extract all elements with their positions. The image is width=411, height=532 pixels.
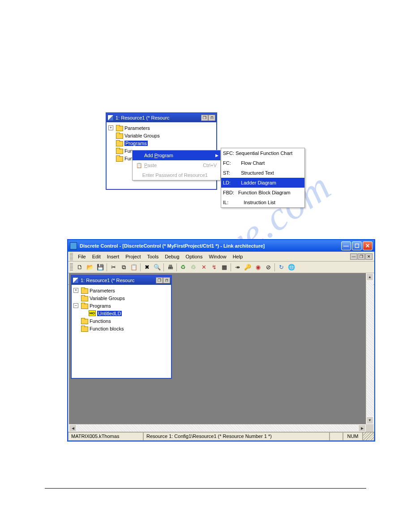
expand-icon[interactable]: +: [73, 288, 78, 293]
scroll-track[interactable]: [77, 425, 358, 432]
folder-icon: [81, 295, 88, 301]
download-button[interactable]: ↯: [209, 262, 219, 272]
folder-icon: [81, 287, 88, 293]
ld-program-icon: HO: [89, 310, 96, 316]
accelerator-text: Ctrl+V: [203, 163, 218, 168]
scroll-down-icon[interactable]: ▼: [366, 416, 373, 424]
menubar: File Edit Insert Project Tools Debug Opt…: [68, 252, 374, 262]
tree-item-parameters[interactable]: Parameters: [90, 288, 115, 293]
menu-item-add-program[interactable]: Add Program ▶: [133, 150, 220, 160]
tree-item-function-blocks[interactable]: Function blocks: [90, 326, 124, 331]
menu-project[interactable]: Project: [122, 253, 144, 260]
folder-icon: [81, 303, 88, 309]
simulate-button[interactable]: ▦: [219, 262, 229, 272]
toolbar-1: 🗋 📂 💾 ✂ ⧉ 📋 ✖ 🔍 🖶 ♻ ♲ ✕ ↯ ▦ ↠ 🔑 ◉ ⊘ ↻ 🌐: [68, 262, 374, 273]
folder-icon: [116, 125, 123, 131]
menu-item-ld[interactable]: LD: Ladder Diagram: [221, 178, 304, 188]
mdi-restore-button[interactable]: ❐: [358, 253, 365, 260]
toolbar-grip-icon[interactable]: [70, 253, 73, 260]
main-title: Discrete Control - [DiscreteControl (* M…: [80, 243, 340, 249]
new-button[interactable]: 🗋: [75, 262, 85, 272]
menu-tools[interactable]: Tools: [144, 253, 162, 260]
main-titlebar[interactable]: Discrete Control - [DiscreteControl (* M…: [68, 240, 374, 252]
print-button[interactable]: 🖶: [165, 262, 175, 272]
open-button[interactable]: 📂: [85, 262, 95, 272]
tree-item-programs[interactable]: Programs: [90, 303, 111, 309]
context-submenu-program-type: SFC: Sequential Function Chart FC: Flow …: [221, 148, 305, 208]
menu-item-sfc[interactable]: SFC: Sequential Function Chart: [221, 148, 304, 158]
menu-item-fc[interactable]: FC: Flow Chart: [221, 158, 304, 168]
context-menu-programs: Add Program ▶ 📋 Paste Ctrl+V Enter Passw…: [132, 150, 221, 180]
child-titlebar[interactable]: 1: Resource1 (* Resourc ❐ ⊓: [107, 113, 216, 122]
collapse-icon[interactable]: −: [73, 303, 78, 308]
vertical-scrollbar[interactable]: ▲ ▼: [366, 273, 373, 424]
refresh-button[interactable]: ↻: [276, 262, 286, 272]
scroll-track[interactable]: [366, 281, 373, 416]
toolbar-grip-icon[interactable]: [70, 263, 73, 271]
menu-item-paste: 📋 Paste Ctrl+V: [133, 160, 220, 170]
tree-item-variable-groups[interactable]: Variable Groups: [90, 296, 125, 301]
menu-insert[interactable]: Insert: [104, 253, 123, 260]
child-title: 1: Resource1 (* Resourc: [116, 115, 201, 120]
scroll-right-icon[interactable]: ▶: [358, 425, 366, 432]
maximize-button[interactable]: ⊓: [208, 115, 215, 121]
scroll-up-icon[interactable]: ▲: [366, 273, 373, 281]
tree-item-variable-groups[interactable]: Variable Groups: [124, 133, 160, 138]
menu-edit[interactable]: Edit: [89, 253, 104, 260]
child-title-2: 1: Resource1 (* Resourc: [81, 278, 156, 283]
mdi-client-area: 1: Resource1 (* Resourc ❐ ⊓ + Parameters…: [69, 273, 373, 432]
menu-file[interactable]: File: [75, 253, 89, 260]
rebuild-button[interactable]: ♲: [188, 262, 198, 272]
menu-help[interactable]: Help: [230, 253, 246, 260]
delete-button[interactable]: ✖: [142, 262, 152, 272]
mdi-icon: [73, 277, 79, 283]
expand-icon[interactable]: +: [108, 125, 113, 130]
folder-icon: [116, 133, 123, 138]
tree-item-untitled-ld[interactable]: UntitledLD: [97, 311, 122, 316]
menu-options[interactable]: Options: [183, 253, 206, 260]
folder-icon: [116, 148, 123, 154]
maximize-button[interactable]: ☐: [352, 241, 362, 250]
menu-window[interactable]: Window: [206, 253, 230, 260]
cut-button[interactable]: ✂: [108, 262, 118, 272]
scroll-left-icon[interactable]: ◀: [69, 425, 77, 432]
resize-grip-icon[interactable]: [363, 432, 374, 441]
key-button[interactable]: 🔑: [243, 262, 253, 272]
status-num: NUM: [343, 432, 363, 441]
menu-item-st[interactable]: ST: Structured Text: [221, 168, 304, 178]
paste-icon: 📋: [134, 163, 144, 168]
restore-button[interactable]: ❐: [201, 115, 208, 121]
folder-icon: [116, 155, 123, 161]
step-button[interactable]: ↠: [232, 262, 242, 272]
find-button[interactable]: 🔍: [152, 262, 162, 272]
clear-bp-button[interactable]: ⊘: [263, 262, 273, 272]
tree-item-programs[interactable]: Programs: [124, 141, 148, 146]
mdi-close-button[interactable]: ✕: [365, 253, 372, 260]
folder-icon: [116, 140, 123, 146]
mdi-minimize-button[interactable]: —: [350, 253, 357, 260]
restore-button[interactable]: ❐: [156, 277, 163, 283]
build-button[interactable]: ♻: [178, 262, 188, 272]
close-button[interactable]: ✕: [363, 241, 372, 250]
child-titlebar-2[interactable]: 1: Resource1 (* Resourc ❐ ⊓: [72, 276, 171, 285]
tree-item-functions[interactable]: Functions: [90, 318, 111, 324]
folder-icon: [81, 318, 88, 324]
save-button[interactable]: 💾: [95, 262, 105, 272]
horizontal-scrollbar[interactable]: ◀ ▶: [69, 424, 366, 432]
submenu-arrow-icon: ▶: [214, 153, 218, 158]
paste-button[interactable]: 📋: [129, 262, 139, 272]
stop-button[interactable]: ✕: [199, 262, 209, 272]
breakpoint-button[interactable]: ◉: [253, 262, 263, 272]
status-empty: [330, 432, 343, 441]
tree-item-parameters[interactable]: Parameters: [124, 125, 150, 131]
menu-item-il[interactable]: IL: Instruction List: [221, 197, 304, 207]
scroll-corner: [366, 424, 373, 432]
browser-button[interactable]: 🌐: [287, 262, 296, 272]
maximize-button[interactable]: ⊓: [163, 277, 170, 283]
resource-tree-2: + Parameters Variable Groups − Programs …: [72, 285, 171, 373]
menu-debug[interactable]: Debug: [162, 253, 182, 260]
copy-button[interactable]: ⧉: [119, 262, 128, 272]
folder-icon: [81, 326, 88, 331]
menu-item-fbd[interactable]: FBD: Function Block Diagram: [221, 188, 304, 197]
minimize-button[interactable]: —: [341, 241, 351, 250]
